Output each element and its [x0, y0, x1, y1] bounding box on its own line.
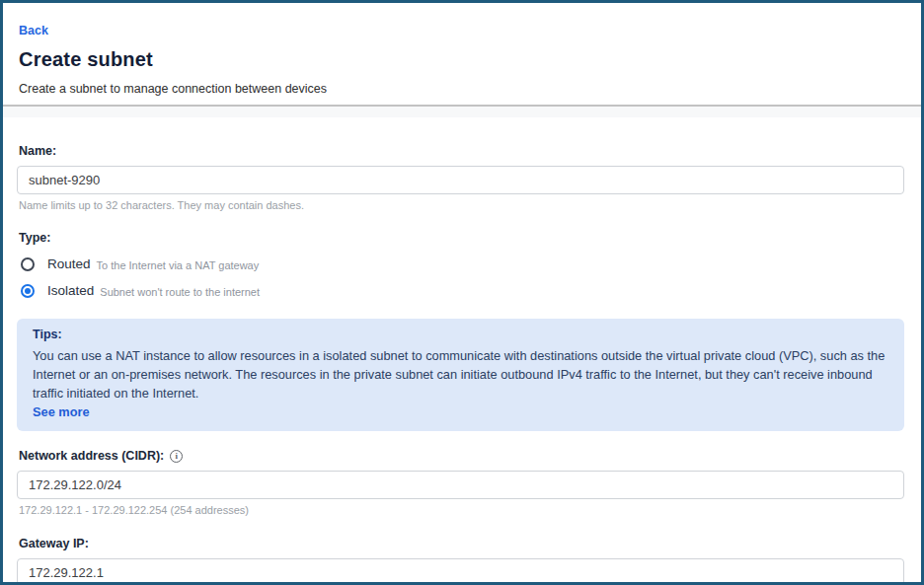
name-section: Name: Name limits up to 32 characters. T…: [17, 144, 904, 211]
page-header: Back Create subnet Create a subnet to ma…: [3, 3, 921, 107]
gateway-input[interactable]: [17, 558, 904, 585]
type-section: Type: Routed To the Internet via a NAT g…: [17, 231, 904, 298]
gateway-section: Gateway IP:: [17, 537, 904, 585]
name-input[interactable]: [17, 166, 904, 194]
see-more-link[interactable]: See more: [33, 404, 90, 419]
header-divider: [3, 107, 921, 117]
cidr-label: Network address (CIDR): i: [19, 449, 904, 463]
radio-routed-description: To the Internet via a NAT gateway: [97, 257, 260, 271]
type-label: Type:: [19, 231, 904, 245]
page-title: Create subnet: [19, 48, 905, 71]
cidr-section: Network address (CIDR): i 172.29.122.1 -…: [17, 449, 904, 516]
radio-isolated-label: Isolated: [47, 283, 94, 298]
gateway-label: Gateway IP:: [19, 537, 904, 550]
create-subnet-page: Back Create subnet Create a subnet to ma…: [0, 0, 924, 585]
cidr-input[interactable]: [17, 471, 904, 499]
back-link[interactable]: Back: [19, 24, 48, 37]
name-label: Name:: [19, 144, 904, 158]
name-helper: Name limits up to 32 characters. They ma…: [19, 199, 904, 211]
type-option-routed[interactable]: Routed To the Internet via a NAT gateway: [21, 256, 904, 271]
radio-selected-icon[interactable]: [21, 284, 35, 298]
radio-routed-label: Routed: [47, 256, 91, 271]
tips-body: You can use a NAT instance to allow reso…: [33, 346, 888, 402]
form-content: Name: Name limits up to 32 characters. T…: [3, 117, 921, 585]
tips-title: Tips:: [33, 328, 888, 341]
type-option-isolated[interactable]: Isolated Subnet won't route to the inter…: [21, 283, 904, 298]
radio-isolated-description: Subnet won't route to the internet: [100, 284, 260, 298]
cidr-helper: 172.29.122.1 - 172.29.122.254 (254 addre…: [19, 504, 904, 516]
page-subtitle: Create a subnet to manage connection bet…: [19, 82, 905, 96]
info-icon[interactable]: i: [170, 450, 183, 463]
tips-callout: Tips: You can use a NAT instance to allo…: [17, 319, 904, 431]
radio-unselected-icon[interactable]: [21, 257, 35, 271]
cidr-label-text: Network address (CIDR):: [19, 449, 164, 463]
